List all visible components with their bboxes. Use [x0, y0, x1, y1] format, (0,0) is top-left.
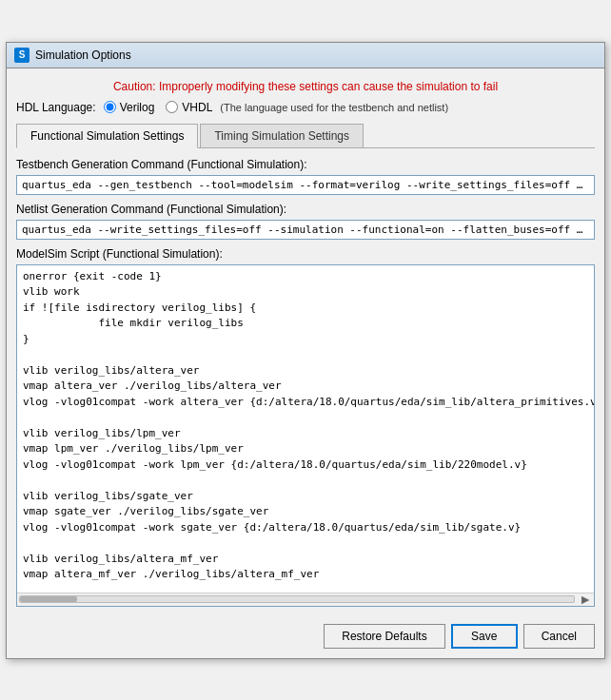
- tab-timing-simulation[interactable]: Timing Simulation Settings: [200, 124, 364, 147]
- netlist-label: Netlist Generation Command (Functional S…: [16, 203, 595, 216]
- vhdl-radio-label[interactable]: VHDL: [166, 101, 212, 114]
- vhdl-radio[interactable]: [166, 101, 178, 113]
- scroll-thumb[interactable]: [20, 596, 77, 602]
- testbench-input[interactable]: [16, 175, 595, 195]
- window-icon: S: [14, 48, 30, 63]
- script-area-container: onerror {exit -code 1} vlib work if ![fi…: [16, 264, 595, 607]
- save-button[interactable]: Save: [451, 624, 518, 649]
- hdl-label: HDL Language:: [16, 101, 96, 114]
- tab-bar: Functional Simulation Settings Timing Si…: [16, 124, 595, 148]
- hdl-radio-group: Verilog VHDL: [104, 101, 213, 114]
- script-textarea[interactable]: onerror {exit -code 1} vlib work if ![fi…: [17, 265, 594, 593]
- netlist-input[interactable]: [16, 220, 595, 240]
- functional-simulation-panel: Testbench Generation Command (Functional…: [16, 158, 595, 607]
- hdl-note: (The language used for the testbench and…: [220, 102, 448, 113]
- script-label: ModelSim Script (Functional Simulation):: [16, 247, 595, 261]
- hdl-language-row: HDL Language: Verilog VHDL (The language…: [16, 101, 595, 114]
- restore-defaults-button[interactable]: Restore Defaults: [324, 624, 444, 649]
- verilog-radio-label[interactable]: Verilog: [104, 101, 155, 114]
- verilog-label: Verilog: [120, 101, 155, 114]
- bottom-button-bar: Restore Defaults Save Cancel: [7, 614, 604, 658]
- vhdl-label: VHDL: [182, 101, 212, 114]
- scroll-track: [19, 595, 575, 603]
- scroll-right-arrow[interactable]: ►: [579, 592, 592, 607]
- cancel-button[interactable]: Cancel: [523, 624, 595, 649]
- simulation-options-window: S Simulation Options Caution: Improperly…: [6, 42, 605, 659]
- horizontal-scrollbar[interactable]: ►: [17, 593, 594, 606]
- window-title: Simulation Options: [35, 49, 131, 62]
- testbench-label: Testbench Generation Command (Functional…: [16, 158, 595, 171]
- verilog-radio[interactable]: [104, 101, 116, 113]
- tab-functional-simulation[interactable]: Functional Simulation Settings: [16, 124, 198, 148]
- window-content: Caution: Improperly modifying these sett…: [7, 68, 604, 614]
- title-bar: S Simulation Options: [7, 43, 604, 68]
- caution-message: Caution: Improperly modifying these sett…: [16, 76, 595, 101]
